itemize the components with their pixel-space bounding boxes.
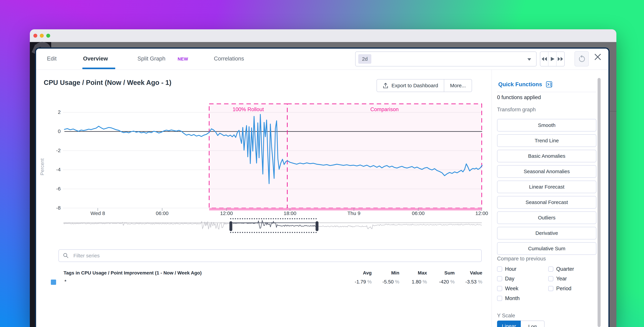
outliers-button[interactable]: Outliers xyxy=(497,212,596,224)
search-icon xyxy=(63,252,69,259)
trend-line-button[interactable]: Trend Line xyxy=(497,134,596,147)
series-swatch[interactable] xyxy=(51,280,56,285)
year-checkbox[interactable] xyxy=(548,276,553,281)
y-scale-label: Y Scale xyxy=(497,312,515,319)
col-sum[interactable]: Sum xyxy=(427,270,455,276)
value-value: -3.53 % xyxy=(455,279,482,285)
maximize-traffic-light[interactable] xyxy=(46,34,50,38)
week-checkbox[interactable] xyxy=(497,286,502,291)
svg-text:0: 0 xyxy=(58,128,61,134)
graph-detail-modal: Edit Overview Split Graph NEW Correlatio… xyxy=(36,49,608,327)
col-avg[interactable]: Avg xyxy=(344,270,372,276)
checkbox-week[interactable]: Week xyxy=(497,286,518,292)
checkbox-period[interactable]: Period xyxy=(548,286,572,292)
table-row: -1.79 % -5.50 % 1.80 % -420 % -3.53 % xyxy=(344,279,482,285)
seasonal-forecast-button[interactable]: Seasonal Forecast xyxy=(497,196,596,208)
col-min[interactable]: Min xyxy=(372,270,399,276)
svg-text:12:00: 12:00 xyxy=(220,210,233,216)
quick-functions-title[interactable]: Quick Functions xyxy=(498,81,552,88)
checkbox-quarter[interactable]: Quarter xyxy=(548,266,574,272)
compare-to-previous-label: Compare to previous xyxy=(497,256,546,262)
max-value: 1.80 % xyxy=(399,279,427,285)
svg-text:2: 2 xyxy=(58,109,61,115)
linear-scale-button[interactable]: Linear xyxy=(497,320,521,327)
svg-text:Comparison: Comparison xyxy=(370,106,398,112)
checkbox-month[interactable]: Month xyxy=(497,295,520,302)
hour-checkbox[interactable] xyxy=(497,266,502,272)
transform-graph-label: Transform graph xyxy=(497,106,536,113)
quarter-checkbox[interactable] xyxy=(548,266,553,272)
functions-applied-count: 0 functions applied xyxy=(497,94,541,100)
close-traffic-light[interactable] xyxy=(34,34,37,38)
y-scale-toggle: Linear Log xyxy=(497,320,544,327)
brush-handle-right[interactable] xyxy=(316,221,318,231)
sidebar-rule xyxy=(497,92,596,92)
sum-value: -420 % xyxy=(427,279,455,285)
min-value: -5.50 % xyxy=(372,279,399,285)
series-tag[interactable]: * xyxy=(64,279,66,285)
table-tags-header: Tags in CPU Usage / Point Improvement (1… xyxy=(64,270,202,276)
seasonal-anomalies-button[interactable]: Seasonal Anomalies xyxy=(497,165,596,178)
svg-text:-6: -6 xyxy=(56,186,61,192)
sidebar-scrollbar[interactable] xyxy=(598,78,600,327)
collapse-panel-icon xyxy=(546,81,552,88)
table-column-headers: Avg Min Max Sum Value xyxy=(344,270,482,276)
window-titlebar[interactable] xyxy=(30,29,616,42)
svg-text:Wed 8: Wed 8 xyxy=(90,210,105,216)
checkbox-hour[interactable]: Hour xyxy=(497,266,516,272)
y-axis-title: Percent xyxy=(40,145,45,175)
filter-series-input[interactable] xyxy=(58,250,482,262)
svg-text:-8: -8 xyxy=(56,205,61,210)
svg-text:06:00: 06:00 xyxy=(156,210,168,216)
month-checkbox[interactable] xyxy=(497,296,502,301)
svg-text:18:00: 18:00 xyxy=(284,210,296,216)
svg-text:100% Rollout: 100% Rollout xyxy=(232,106,264,112)
log-scale-button[interactable]: Log xyxy=(521,320,544,327)
day-checkbox[interactable] xyxy=(497,276,502,281)
col-value[interactable]: Value xyxy=(455,270,482,276)
brush-handle-left[interactable] xyxy=(230,221,232,231)
quick-functions-label: Quick Functions xyxy=(498,81,542,88)
svg-text:Thu 9: Thu 9 xyxy=(348,210,360,216)
derivative-button[interactable]: Derivative xyxy=(497,227,596,240)
svg-text:06:00: 06:00 xyxy=(412,210,424,216)
svg-text:12:00: 12:00 xyxy=(475,210,488,216)
svg-text:-2: -2 xyxy=(56,148,61,153)
basic-anomalies-button[interactable]: Basic Anomalies xyxy=(497,150,596,162)
linear-forecast-button[interactable]: Linear Forecast xyxy=(497,180,596,193)
minimize-traffic-light[interactable] xyxy=(40,34,44,38)
sidebar-divider xyxy=(492,70,492,327)
period-checkbox[interactable] xyxy=(548,286,553,291)
cumulative-sum-button[interactable]: Cumulative Sum xyxy=(497,242,596,255)
mac-window: Edit Overview Split Graph NEW Correlatio… xyxy=(30,29,616,327)
dimmed-app-edge xyxy=(608,111,616,112)
svg-text:-4: -4 xyxy=(56,167,61,172)
smooth-button[interactable]: Smooth xyxy=(497,119,596,132)
checkbox-year[interactable]: Year xyxy=(548,276,567,282)
col-max[interactable]: Max xyxy=(399,270,427,276)
checkbox-day[interactable]: Day xyxy=(497,276,514,282)
avg-value: -1.79 % xyxy=(344,279,372,285)
